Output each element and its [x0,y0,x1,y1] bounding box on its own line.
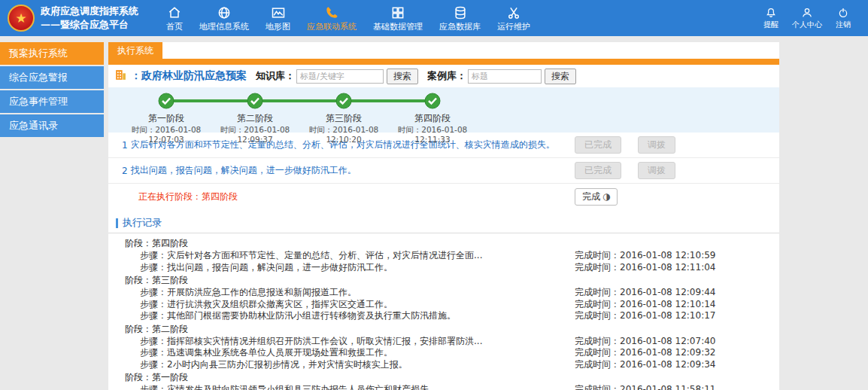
case-search-input[interactable] [468,69,542,84]
step-text: 步骤：其他部门根据需要协助林业防汛小组进行转移物资及执行重大防汛措施。 [140,310,575,322]
building-icon [114,69,127,84]
current-stage-row: 正在执行阶段：第四阶段 完成◑ [108,184,779,210]
step-text: 步骤：灾情发生及时向防汛领导小组和县三防办报告人员伤亡和财产损失。 [140,384,575,390]
timeline-stage-2: 第二阶段 时间：2016-01-08 12:09:37 [211,93,299,145]
nav-label: 应急数据库 [439,21,481,32]
record-step: 步骤：其他部门根据需要协助林业防汛小组进行转移物资及执行重大防汛措施。 完成时间… [108,310,779,322]
account-label: 提醒 [763,20,778,30]
complete-button-label: 完成 [582,191,600,202]
nav-item-emergency-database[interactable]: 应急数据库 [431,3,489,34]
nav-item-base-data-management[interactable]: 基础数据管理 [365,3,431,34]
sidebar-item-plan-execution[interactable]: 预案执行系统 [0,42,104,65]
nav-label: 首页 [166,21,183,32]
nav-item-terrain-map[interactable]: 地形图 [257,3,299,34]
timeline-stage-1: 第一阶段 时间：2016-01-08 12:07:03 [122,93,211,145]
nav-label: 地理信息系统 [199,21,249,32]
sidebar-item-event-management[interactable]: 应急事件管理 [0,90,104,113]
execution-records: 阶段：第四阶段 步骤：灾后针对各方面和环节定性、定量的总结、分析、评估，对灾后情… [108,233,779,390]
step-text: 步骤：灾后针对各方面和环节定性、定量的总结、分析、评估，对灾后情况进行全面... [140,250,575,262]
stage-time: 12:10:20 [299,135,388,145]
power-icon [837,6,849,20]
record-stage: 阶段：第四阶段 [108,236,779,250]
step-text: 步骤：进行抗洪救灾及组织群众撤离灾区，指挥灾区交通工作。 [140,299,575,311]
app-title-line2: ——暨综合应急平台 [41,18,138,32]
case-base-label: 案例库： [427,69,466,83]
step-text: 步骤：开展防洪应急工作的信息报送和新闻报道工作。 [140,287,575,299]
nav-label: 基础数据管理 [373,21,423,32]
globe-icon [217,5,232,21]
timeline-stage-4: 第四阶段 时间：2016-01-08 12:11:33 [388,93,477,145]
stage-timeline: 第一阶段 时间：2016-01-08 12:07:03 第二阶段 时间：2016… [108,87,779,133]
knowledge-search-button[interactable]: 搜索 [387,69,418,84]
accent-bar [116,218,118,228]
knowledge-base-label: 知识库： [256,69,295,83]
stage-name: 第三阶段 [299,112,388,125]
stage-name: 第一阶段 [122,112,211,125]
search-group: 知识库： 搜索 案例库： 搜索 [256,69,576,84]
stage-date: 时间：2016-01-08 [211,125,299,135]
record-step: 步骤：进行抗洪救灾及组织群众撤离灾区，指挥灾区交通工作。 完成时间：2016-0… [108,299,779,311]
knowledge-search-input[interactable] [296,69,384,84]
bell-icon [765,6,777,20]
step-complete-time: 完成时间：2016-01-08 12:11:04 [575,262,772,274]
stage-name: 第二阶段 [211,112,299,125]
account-actions: 提醒 个人中心 注销 [757,4,857,32]
check-icon [247,93,263,109]
step-complete-time: 完成时间：2016-01-08 12:09:34 [575,359,772,371]
task-number: 2 [116,166,128,176]
stage-time: 12:07:03 [122,135,211,145]
complete-button[interactable]: 完成◑ [575,188,618,206]
record-step: 步骤：开展防洪应急工作的信息报送和新闻报道工作。 完成时间：2016-01-08… [108,287,779,299]
nav-item-home[interactable]: 首页 [158,3,191,34]
step-text: 步骤：2小时内向县三防办汇报初步情况，并对灾情实时核实上报。 [140,359,575,371]
nav-item-operation-maintenance[interactable]: 运行维护 [489,3,539,34]
record-step: 步骤：2小时内向县三防办汇报初步情况，并对灾情实时核实上报。 完成时间：2016… [108,359,779,371]
stage-time: 12:11:33 [388,135,477,145]
national-emblem-logo: ★ [8,5,35,32]
stage-name: 第四阶段 [388,112,477,125]
top-header: ★ 政府应急调度指挥系统 ——暨综合应急平台 首页 地理信息系统 地形图 应急联… [0,0,868,36]
logout-button[interactable]: 注销 [829,4,857,32]
database-icon [453,5,468,21]
stage-date: 时间：2016-01-08 [299,125,388,135]
check-icon [158,93,175,109]
clock-icon: ◑ [602,191,610,202]
record-step: 步骤：指挥部核实灾情情况并组织召开防洪工作会议，听取灾情汇报，安排部署防洪...… [108,336,779,348]
nav-item-gis[interactable]: 地理信息系统 [191,3,257,34]
sidebar-item-emergency-alert[interactable]: 综合应急警报 [0,66,104,89]
personal-center-button[interactable]: 个人中心 [785,4,829,32]
step-complete-time: 完成时间：2016-01-08 12:10:14 [575,299,772,311]
stage-time: 12:09:37 [211,135,299,145]
home-icon [167,5,182,21]
account-label: 个人中心 [792,20,822,30]
task-text: 找出问题，报告问题，解决问题，进一步做好防汛工作。 [131,164,575,177]
app-title-line1: 政府应急调度指挥系统 [41,5,138,18]
record-step: 步骤：灾后针对各方面和环节定性、定量的总结、分析、评估，对灾后情况进行全面...… [108,250,779,262]
sidebar: 预案执行系统 综合应急警报 应急事件管理 应急通讯录 [0,42,104,139]
sidebar-item-contacts[interactable]: 应急通讯录 [0,114,104,137]
nav-item-emergency-linkage[interactable]: 应急联动系统 [299,3,365,34]
tab-execution-system[interactable]: 执行系统 [108,42,162,59]
nav-label: 应急联动系统 [307,21,357,32]
done-button[interactable]: 已完成 [575,162,621,179]
accent-bar [108,59,779,65]
main-nav: 首页 地理信息系统 地形图 应急联动系统 基础数据管理 应急数据库 运行维护 [158,3,539,34]
plan-title-row: ：政府林业防汛应急预案 知识库： 搜索 案例库： 搜索 [108,65,779,87]
case-search-button[interactable]: 搜索 [545,69,576,84]
app-title: 政府应急调度指挥系统 ——暨综合应急平台 [41,5,138,31]
stage-date: 时间：2016-01-08 [122,125,211,135]
step-text: 步骤：找出问题，报告问题，解决问题，进一步做好防汛工作。 [140,262,575,274]
record-section-header: 执行记录 [108,212,779,233]
step-complete-time: 完成时间：2016-01-08 12:09:32 [575,347,772,359]
step-text: 步骤：迅速调集林业系统各单位人员展开现场处置和救援工作。 [140,347,575,359]
transfer-button[interactable]: 调拨 [638,162,675,179]
step-complete-time: 完成时间：2016-01-08 11:58:11 [575,384,772,390]
task-row: 2 找出问题，报告问题，解决问题，进一步做好防汛工作。 已完成 调拨 [108,158,779,184]
record-stage: 阶段：第一阶段 [108,370,779,384]
notifications-button[interactable]: 提醒 [757,4,785,32]
main-content: 执行系统 ：政府林业防汛应急预案 知识库： 搜索 案例库： 搜索 第一阶段 时间… [108,42,779,390]
nav-label: 地形图 [266,21,290,32]
account-label: 注销 [836,20,851,30]
nav-label: 运行维护 [497,21,530,32]
step-complete-time: 完成时间：2016-01-08 12:10:17 [575,310,772,322]
